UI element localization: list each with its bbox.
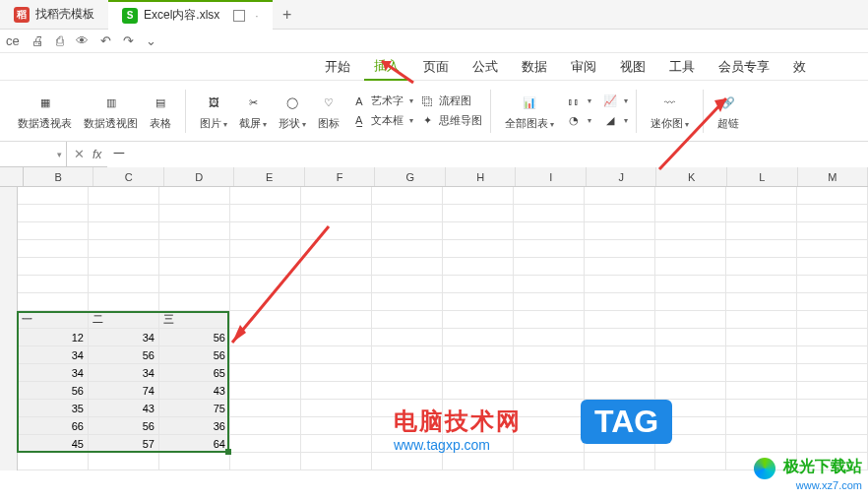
- col-header[interactable]: D: [164, 167, 235, 186]
- col-header[interactable]: K: [656, 167, 727, 186]
- col-header[interactable]: M: [798, 167, 868, 186]
- area-chart-icon[interactable]: ◢: [602, 113, 618, 129]
- picture-button[interactable]: 🖼 图片▾: [194, 89, 233, 133]
- formula-input[interactable]: [107, 142, 868, 167]
- column-chart-icon[interactable]: ⫾⫾: [566, 94, 582, 109]
- tab-insert[interactable]: 插入: [364, 53, 409, 81]
- chevron-down-icon[interactable]: ▾: [57, 150, 66, 159]
- group-illustrations: 🖼 图片▾ ✂ 截屏▾ ◯ 形状▾ ♡ 图标 A艺术字▾ A̲文本框▾ ⿻流程图…: [186, 81, 490, 142]
- tab-home[interactable]: 开始: [315, 53, 360, 81]
- tab-member[interactable]: 会员专享: [709, 53, 779, 81]
- preview-icon[interactable]: 👁: [76, 33, 89, 48]
- link-icon: 🔗: [721, 91, 735, 114]
- flowchart-button[interactable]: ⿻流程图: [419, 94, 482, 109]
- tab-excel-file[interactable]: S Excel内容.xlsx ·: [108, 0, 273, 30]
- table-cell[interactable]: 43: [159, 382, 230, 400]
- bar-chart-icon: 📊: [523, 91, 536, 114]
- watermark-title: 电脑技术网: [394, 406, 522, 437]
- table-cell[interactable]: 45: [18, 435, 89, 453]
- watermark-url: www.tagxp.com: [394, 437, 522, 453]
- table-cell[interactable]: 12: [18, 329, 89, 346]
- tab-tools[interactable]: 工具: [659, 53, 705, 81]
- sparkline-button[interactable]: 〰 迷你图▾: [645, 89, 695, 133]
- wordart-icon: A: [351, 94, 367, 109]
- table-header-cell[interactable]: 三: [159, 311, 230, 329]
- table-icon: ▤: [155, 91, 165, 114]
- col-header[interactable]: F: [305, 167, 376, 186]
- tab-page[interactable]: 页面: [413, 53, 459, 81]
- close-icon[interactable]: ·: [255, 9, 258, 23]
- table-header-cell[interactable]: 一: [18, 311, 89, 329]
- group-links: 🔗 超链: [704, 81, 753, 142]
- table-cell[interactable]: 56: [159, 329, 230, 346]
- all-charts-button[interactable]: 📊 全部图表▾: [499, 89, 560, 133]
- table-cell[interactable]: 56: [89, 346, 159, 364]
- col-header[interactable]: L: [727, 167, 798, 186]
- new-tab-button[interactable]: +: [273, 6, 302, 24]
- tab-data[interactable]: 数据: [512, 53, 557, 81]
- mindmap-button[interactable]: ✦思维导图: [419, 113, 482, 129]
- table-cell[interactable]: 34: [89, 329, 159, 346]
- line-chart-icon[interactable]: 📈: [602, 94, 618, 109]
- cancel-icon[interactable]: ✕: [67, 147, 91, 161]
- table-cell[interactable]: 34: [89, 364, 159, 382]
- pivot-table-button[interactable]: ▦ 数据透视表: [12, 89, 78, 133]
- textbox-button[interactable]: A̲文本框▾: [351, 113, 413, 129]
- table-cell[interactable]: 64: [159, 435, 230, 453]
- tab-templates[interactable]: 稻 找稻壳模板: [0, 0, 108, 30]
- name-box[interactable]: ▾: [0, 142, 67, 167]
- rice-shell-icon: 稻: [14, 7, 30, 23]
- print-icon[interactable]: ⎙: [56, 33, 64, 48]
- redo-icon[interactable]: ↷: [123, 33, 134, 48]
- col-header[interactable]: J: [587, 167, 657, 186]
- row-headers: [0, 187, 18, 470]
- table-cell[interactable]: 57: [89, 435, 159, 453]
- tab-view[interactable]: 视图: [610, 53, 655, 81]
- hyperlink-button[interactable]: 🔗 超链: [712, 89, 745, 133]
- table-cell[interactable]: 65: [159, 364, 230, 382]
- table-cell[interactable]: 36: [159, 417, 230, 435]
- table-cell[interactable]: 43: [89, 400, 159, 417]
- table-header-cell[interactable]: 二: [89, 311, 159, 329]
- table-button[interactable]: ▤ 表格: [144, 89, 177, 133]
- table-cell[interactable]: 74: [89, 382, 159, 400]
- save-icon[interactable]: 🖨: [31, 33, 44, 48]
- select-all-corner[interactable]: [0, 167, 24, 186]
- col-header[interactable]: I: [516, 167, 587, 186]
- table-cell[interactable]: 56: [18, 382, 89, 400]
- col-header[interactable]: G: [375, 167, 446, 186]
- tab-effects-cut[interactable]: 效: [783, 53, 816, 81]
- fx-icon[interactable]: fx: [93, 148, 101, 161]
- table-cell[interactable]: 34: [18, 346, 89, 364]
- sparkline-icon: 〰: [664, 91, 675, 114]
- ribbon-tab-strip: 开始 插入 页面 公式 数据 审阅 视图 工具 会员专享 效: [0, 53, 868, 81]
- tab-review[interactable]: 审阅: [561, 53, 606, 81]
- undo-icon[interactable]: ↶: [100, 33, 111, 48]
- group-tables: ▦ 数据透视表 ▥ 数据透视图 ▤ 表格: [4, 81, 185, 142]
- icons-button[interactable]: ♡ 图标: [312, 89, 345, 133]
- screenshot-button[interactable]: ✂ 截屏▾: [233, 89, 273, 133]
- col-header[interactable]: E: [234, 167, 305, 186]
- chart-type-subgroup: ⫾⫾▾ 📈▾ ◔▾ ◢▾: [566, 94, 628, 129]
- wordart-button[interactable]: A艺术字▾: [351, 94, 413, 109]
- ribbon-panel: ▦ 数据透视表 ▥ 数据透视图 ▤ 表格 🖼 图片▾ ✂ 截屏▾ ◯ 形状▾ ♡…: [0, 81, 868, 142]
- chevron-down-icon[interactable]: ⌄: [146, 33, 156, 48]
- table-cell[interactable]: 75: [159, 400, 230, 417]
- picture-icon: 🖼: [209, 91, 219, 114]
- window-icon: [233, 10, 245, 22]
- table-cell[interactable]: 66: [18, 417, 89, 435]
- table-cell[interactable]: 34: [18, 364, 89, 382]
- tab-formula[interactable]: 公式: [463, 53, 508, 81]
- table-cell[interactable]: 56: [159, 346, 230, 364]
- col-header[interactable]: C: [93, 167, 164, 186]
- table-cell[interactable]: 35: [18, 400, 89, 417]
- column-headers: B C D E F G H I J K L M: [0, 167, 868, 187]
- pie-chart-icon[interactable]: ◔: [566, 113, 582, 129]
- formula-bar: ▾ ✕ fx: [0, 142, 868, 167]
- scissors-icon: ✂: [249, 91, 258, 114]
- shapes-button[interactable]: ◯ 形状▾: [273, 89, 312, 133]
- pivot-chart-button[interactable]: ▥ 数据透视图: [78, 89, 144, 133]
- col-header[interactable]: B: [24, 167, 94, 186]
- table-cell[interactable]: 56: [89, 417, 159, 435]
- col-header[interactable]: H: [446, 167, 517, 186]
